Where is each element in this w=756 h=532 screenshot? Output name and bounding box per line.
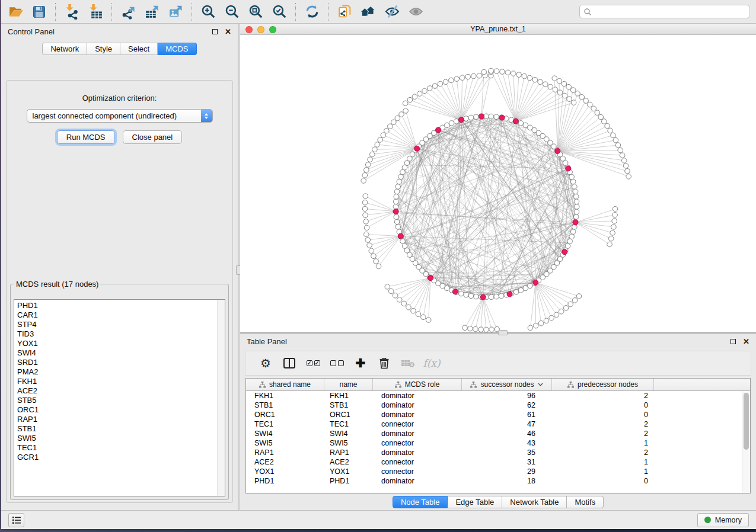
mcds-result-item[interactable]: TEC1 bbox=[14, 443, 216, 453]
import-network-icon[interactable] bbox=[60, 2, 84, 22]
mcds-result-item[interactable]: SWI4 bbox=[14, 348, 216, 358]
import-table-icon[interactable] bbox=[84, 2, 107, 22]
cell: dominator bbox=[373, 430, 462, 438]
tab-network[interactable]: Network bbox=[42, 43, 87, 55]
network-graph[interactable] bbox=[240, 35, 756, 332]
mcds-tab-content: Optimization criterion: largest connecte… bbox=[6, 80, 233, 503]
list-scrollbar[interactable] bbox=[217, 300, 225, 496]
zoom-out-icon[interactable] bbox=[220, 2, 244, 22]
cell: SWI4 bbox=[324, 430, 373, 438]
delete-column-icon[interactable] bbox=[372, 353, 396, 373]
select-all-columns-icon[interactable]: ✓✓ bbox=[301, 353, 325, 373]
search-field[interactable] bbox=[579, 5, 750, 18]
mcds-result-item[interactable]: PMA2 bbox=[14, 367, 216, 377]
mcds-result-item[interactable]: STB1 bbox=[14, 424, 216, 434]
table-row[interactable]: YOX1YOX1connector291 bbox=[246, 467, 750, 476]
zoom-fit-icon[interactable] bbox=[244, 2, 267, 22]
table-row[interactable]: ORC1ORC1dominator610 bbox=[246, 410, 750, 419]
cell: YOX1 bbox=[324, 467, 373, 476]
table-row[interactable]: SWI4SWI4dominator462 bbox=[246, 429, 750, 438]
close-window-icon[interactable] bbox=[245, 26, 253, 33]
table-row[interactable]: STB1STB1dominator620 bbox=[246, 400, 750, 410]
mcds-result-item[interactable]: GCR1 bbox=[14, 453, 216, 462]
minimize-window-icon[interactable] bbox=[257, 26, 264, 33]
open-folder-icon[interactable] bbox=[4, 2, 27, 22]
toolbar-separator bbox=[55, 3, 56, 21]
maximize-window-icon[interactable] bbox=[269, 26, 276, 33]
mcds-result-item[interactable]: STB5 bbox=[14, 396, 216, 405]
mcds-result-item[interactable]: ORC1 bbox=[14, 405, 216, 415]
table-row[interactable]: TEC1TEC1connector472 bbox=[246, 419, 750, 429]
task-history-button[interactable] bbox=[8, 513, 24, 527]
mcds-result-list[interactable]: PHD1CAR1STP4TID3YOX1SWI4SRD1PMA2FKH1ACE2… bbox=[14, 299, 225, 496]
cell: ACE2 bbox=[324, 458, 373, 466]
table-scrollbar[interactable] bbox=[742, 391, 750, 493]
horizontal-splitter-handle[interactable] bbox=[498, 330, 508, 335]
zoom-in-icon[interactable] bbox=[196, 2, 220, 22]
close-table-panel-icon[interactable]: ✕ bbox=[743, 338, 749, 345]
mcds-result-item[interactable]: TID3 bbox=[14, 329, 216, 339]
float-panel-icon[interactable] bbox=[212, 29, 218, 34]
sitemap-icon bbox=[395, 382, 401, 388]
mcds-result-item[interactable]: FKH1 bbox=[14, 377, 216, 386]
search-input[interactable] bbox=[594, 8, 746, 16]
tab-style[interactable]: Style bbox=[87, 43, 120, 55]
run-mcds-button[interactable]: Run MCDS bbox=[57, 130, 115, 144]
deselect-all-columns-icon[interactable] bbox=[325, 353, 349, 373]
column-header-MCDS-role[interactable]: MCDS role bbox=[373, 379, 462, 390]
export-network-icon[interactable] bbox=[116, 2, 140, 22]
table-row[interactable]: RAP1RAP1dominator352 bbox=[246, 448, 750, 457]
network-title: YPA_prune.txt_1 bbox=[470, 25, 526, 33]
table-tab-edge-table[interactable]: Edge Table bbox=[448, 496, 502, 508]
close-panel-button[interactable]: Close panel bbox=[123, 130, 183, 144]
add-column-icon[interactable]: ✚ bbox=[349, 353, 372, 373]
mcds-result-item[interactable]: PHD1 bbox=[14, 301, 216, 310]
cell: 2 bbox=[552, 430, 654, 438]
criterion-dropdown[interactable]: largest connected component (undirected) bbox=[27, 109, 213, 123]
table-row[interactable]: SWI5SWI5connector431 bbox=[246, 438, 750, 448]
table-tab-motifs[interactable]: Motifs bbox=[567, 496, 604, 508]
show-all-icon[interactable] bbox=[404, 2, 428, 22]
column-header-predecessor-nodes[interactable]: predecessor nodes bbox=[552, 379, 654, 390]
memory-button[interactable]: Memory bbox=[697, 513, 749, 527]
column-label: name bbox=[339, 380, 357, 389]
column-header-shared-name[interactable]: shared name bbox=[246, 379, 324, 390]
export-image-icon[interactable] bbox=[164, 2, 187, 22]
cell: 96 bbox=[462, 392, 552, 400]
mcds-result-item[interactable]: SRD1 bbox=[14, 358, 216, 367]
mcds-result-item[interactable]: SWI5 bbox=[14, 434, 216, 443]
scrollbar-thumb[interactable] bbox=[744, 393, 749, 450]
table-tab-network-table[interactable]: Network Table bbox=[502, 496, 567, 508]
export-table-icon[interactable] bbox=[140, 2, 164, 22]
new-network-from-selection-icon[interactable] bbox=[333, 2, 356, 22]
mcds-result-item[interactable]: STP4 bbox=[14, 320, 216, 329]
split-columns-icon[interactable] bbox=[277, 353, 301, 373]
mcds-result-item[interactable]: YOX1 bbox=[14, 339, 216, 348]
cell: 62 bbox=[462, 401, 552, 409]
tab-mcds[interactable]: MCDS bbox=[158, 43, 196, 55]
table-row[interactable]: FKH1FKH1dominator962 bbox=[246, 391, 750, 400]
mcds-result-title: MCDS result (17 nodes) bbox=[14, 280, 100, 289]
table-tab-node-table[interactable]: Node Table bbox=[393, 496, 448, 508]
zoom-selected-icon[interactable] bbox=[267, 2, 291, 22]
mcds-result-item[interactable]: CAR1 bbox=[14, 310, 216, 320]
table-settings-icon[interactable]: ⚙ bbox=[254, 353, 277, 373]
table-row[interactable]: PHD1PHD1dominator180 bbox=[246, 476, 750, 486]
mcds-result-item[interactable]: ACE2 bbox=[14, 386, 216, 396]
column-header-successor-nodes[interactable]: successor nodes bbox=[462, 379, 552, 390]
tab-select[interactable]: Select bbox=[120, 43, 158, 55]
save-icon[interactable] bbox=[27, 2, 51, 22]
refresh-icon[interactable] bbox=[300, 2, 324, 22]
cell: dominator bbox=[373, 392, 462, 400]
optimization-criterion-label: Optimization criterion: bbox=[7, 94, 232, 102]
table-tabs: Node TableEdge TableNetwork TableMotifs bbox=[393, 496, 604, 508]
hide-selected-icon[interactable] bbox=[380, 2, 404, 22]
close-panel-icon[interactable]: ✕ bbox=[225, 28, 231, 36]
float-table-panel-icon[interactable] bbox=[731, 339, 736, 344]
network-canvas[interactable] bbox=[240, 35, 756, 332]
column-header-name[interactable]: name bbox=[324, 379, 373, 390]
mcds-result-item[interactable]: RAP1 bbox=[14, 415, 216, 424]
first-neighbors-icon[interactable] bbox=[356, 2, 380, 22]
table-row[interactable]: ACE2ACE2connector311 bbox=[246, 457, 750, 467]
cell: YOX1 bbox=[246, 467, 324, 476]
